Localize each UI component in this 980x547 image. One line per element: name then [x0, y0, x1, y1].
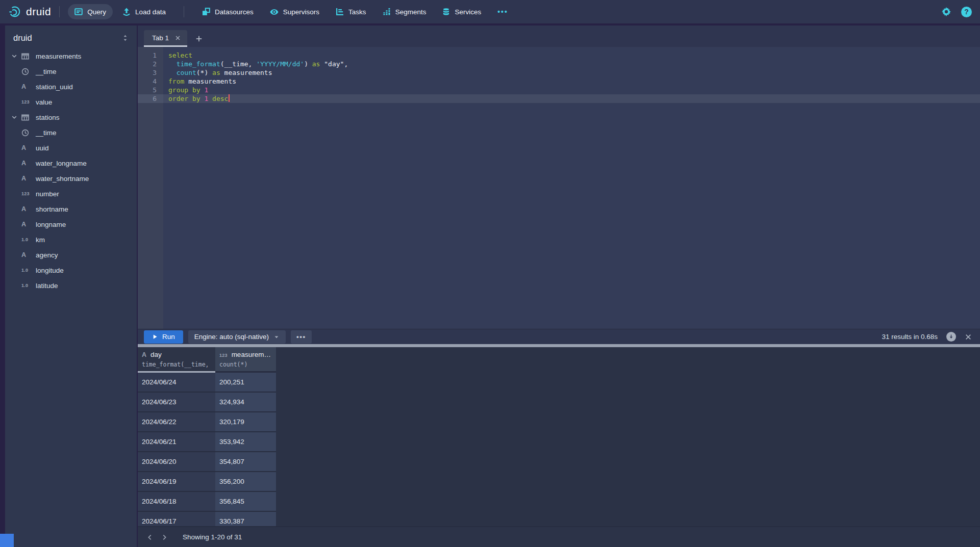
sidebar-column-longitude[interactable]: 1.0longitude — [5, 263, 137, 278]
schema-name: druid — [13, 33, 32, 43]
nav-item-services[interactable]: Services — [436, 4, 488, 19]
string-type-icon: A — [21, 83, 32, 90]
float-type-icon: 1.0 — [21, 268, 32, 273]
sql-editor[interactable]: 1select2 time_format(__time, 'YYYY/MM/dd… — [138, 47, 980, 329]
column-name: value — [36, 98, 52, 106]
table-cell[interactable]: 353,942 — [215, 432, 276, 452]
top-nav: druid QueryLoad dataDatasourcesSuperviso… — [0, 0, 980, 23]
sidebar-column-latitude[interactable]: 1.0latitude — [5, 278, 137, 293]
sidebar-column-longname[interactable]: Alongname — [5, 217, 137, 232]
corner-toast[interactable] — [0, 534, 14, 547]
caret-down-icon — [273, 334, 280, 340]
sidebar-column--time[interactable]: __time — [5, 125, 137, 140]
table-cell[interactable]: 2024/06/17 — [138, 512, 215, 526]
table-cell[interactable]: 2024/06/23 — [138, 393, 215, 412]
table-row[interactable]: 2024/06/17330,387 — [138, 512, 980, 526]
supervisors-icon — [270, 8, 279, 16]
more-icon: ••• — [497, 8, 508, 16]
code-text: time_format(__time, 'YYYY/MM/dd') as "da… — [163, 60, 348, 68]
query-more-button[interactable]: ••• — [291, 330, 312, 344]
help-icon[interactable]: ? — [961, 7, 972, 17]
table-cell[interactable]: 2024/06/19 — [138, 472, 215, 492]
table-row[interactable]: 2024/06/21353,942 — [138, 432, 980, 452]
table-cell[interactable]: 2024/06/20 — [138, 452, 215, 472]
new-tab-plus-icon[interactable] — [195, 35, 203, 42]
sidebar-column-station-uuid[interactable]: Astation_uuid — [5, 79, 137, 94]
table-cell[interactable]: 2024/06/22 — [138, 412, 215, 432]
druid-brand[interactable]: druid — [8, 5, 51, 18]
engine-select-button[interactable]: Engine: auto (sql-native) — [188, 330, 286, 344]
sidebar-column--time[interactable]: __time — [5, 64, 137, 79]
table-cell[interactable]: 2024/06/18 — [138, 492, 215, 512]
sidebar-column-shortname[interactable]: Ashortname — [5, 201, 137, 217]
nav-item-more[interactable]: ••• — [491, 4, 515, 19]
double-caret-vertical-icon[interactable] — [122, 35, 129, 41]
tab-close-icon[interactable] — [175, 35, 181, 41]
segments-icon — [383, 8, 391, 16]
page-next-chevron-icon[interactable] — [157, 530, 171, 544]
results-rows: 2024/06/24200,2512024/06/23324,9342024/0… — [138, 373, 980, 526]
tab-query-1[interactable]: Tab 1 — [144, 30, 187, 47]
datasources-icon — [202, 8, 210, 16]
code-text: group by 1 — [163, 86, 208, 94]
nav-item-load-data[interactable]: Load data — [116, 4, 172, 19]
column-title-text: day — [150, 351, 162, 358]
column-name: longitude — [36, 267, 64, 274]
nav-right: ? — [942, 7, 972, 17]
table-cell[interactable]: 354,807 — [215, 452, 276, 472]
column-title: Aday — [142, 351, 211, 358]
nav-item-tasks[interactable]: Tasks — [329, 4, 373, 19]
sidebar-table-stations[interactable]: stations — [5, 110, 137, 125]
column-tree: measurements__timeAstation_uuid123values… — [5, 48, 137, 293]
sidebar-column-agency[interactable]: Aagency — [5, 247, 137, 263]
table-cell[interactable]: 2024/06/21 — [138, 432, 215, 452]
nav-item-supervisors[interactable]: Supervisors — [263, 4, 326, 20]
code-text: select — [163, 51, 192, 60]
nav-item-datasources[interactable]: Datasources — [195, 4, 260, 19]
engine-label: Engine: auto (sql-native) — [194, 333, 269, 341]
close-results-icon[interactable] — [965, 333, 972, 341]
play-icon — [152, 334, 158, 340]
nav-item-label: Datasources — [215, 8, 254, 16]
column-expression: count(*) — [219, 361, 272, 368]
sidebar-column-water-longname[interactable]: Awater_longname — [5, 155, 137, 171]
table-row[interactable]: 2024/06/18356,845 — [138, 492, 980, 512]
nav-item-label: Query — [87, 8, 106, 16]
page-prev-chevron-icon[interactable] — [143, 530, 157, 544]
column-header-measurem-[interactable]: 123measurem…count(*) — [215, 347, 276, 373]
download-results-icon[interactable] — [946, 332, 956, 342]
sidebar-column-number[interactable]: 123number — [5, 186, 137, 201]
number-type-icon: 123 — [21, 191, 32, 196]
pagination-bar: Showing 1-20 of 31 — [138, 526, 980, 547]
sidebar-column-uuid[interactable]: Auuid — [5, 140, 137, 155]
line-number: 6 — [138, 94, 163, 103]
column-header-day[interactable]: Adaytime_format(__time, … — [138, 347, 215, 373]
sidebar-column-km[interactable]: 1.0km — [5, 232, 137, 247]
settings-gear-icon[interactable] — [942, 7, 951, 16]
table-cell[interactable]: 2024/06/24 — [138, 373, 215, 393]
sidebar-column-water-shortname[interactable]: Awater_shortname — [5, 171, 137, 186]
table-row[interactable]: 2024/06/20354,807 — [138, 452, 980, 472]
nav-item-segments[interactable]: Segments — [376, 4, 433, 19]
code-text: count(*) as measurements — [163, 68, 272, 77]
sidebar-column-value[interactable]: 123value — [5, 94, 137, 110]
table-cell[interactable]: 324,934 — [215, 393, 276, 412]
table-row[interactable]: 2024/06/19356,200 — [138, 472, 980, 492]
table-row[interactable]: 2024/06/24200,251 — [138, 373, 980, 393]
line-number: 5 — [138, 86, 163, 94]
code-line-2: 2 time_format(__time, 'YYYY/MM/dd') as "… — [138, 60, 980, 68]
table-row[interactable]: 2024/06/22320,179 — [138, 412, 980, 432]
table-cell[interactable]: 330,387 — [215, 512, 276, 526]
table-row[interactable]: 2024/06/23324,934 — [138, 393, 980, 412]
nav-item-query[interactable]: Query — [68, 4, 113, 19]
table-cell[interactable]: 356,845 — [215, 492, 276, 512]
table-cell[interactable]: 200,251 — [215, 373, 276, 393]
table-cell[interactable]: 320,179 — [215, 412, 276, 432]
results-header: Adaytime_format(__time, …123measurem…cou… — [138, 347, 980, 373]
run-button-label: Run — [162, 333, 175, 341]
run-button[interactable]: Run — [144, 330, 183, 344]
string-type-icon: A — [21, 251, 32, 258]
table-cell[interactable]: 356,200 — [215, 472, 276, 492]
sidebar-table-measurements[interactable]: measurements — [5, 48, 137, 64]
code-line-6: 6order by 1 desc — [138, 94, 980, 103]
